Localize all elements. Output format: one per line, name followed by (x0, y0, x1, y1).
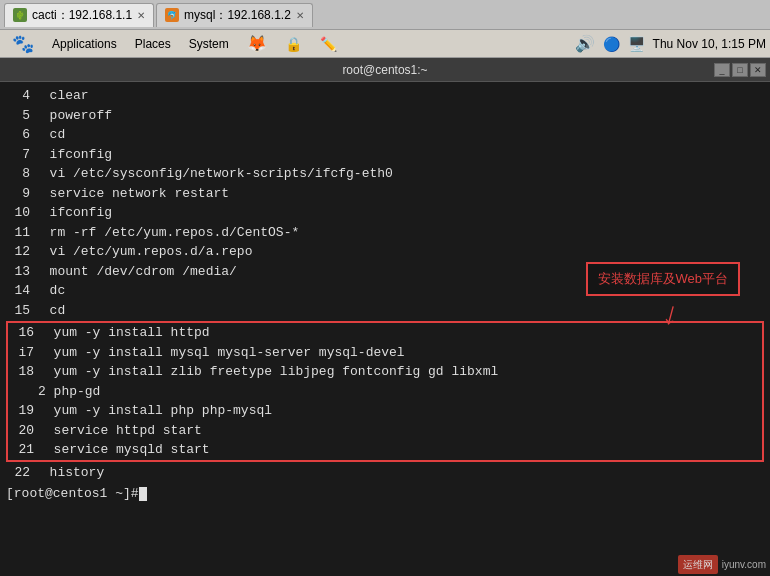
terminal-line: 21 service mysqld start (10, 440, 760, 460)
minimize-button[interactable]: _ (714, 63, 730, 77)
firefox-icon: 🦊 (247, 34, 267, 53)
terminal-line: 4 clear (6, 86, 764, 106)
speaker-icon[interactable]: 🔊 (575, 34, 595, 53)
tab-cacti-close[interactable]: ✕ (137, 10, 145, 21)
mysql-favicon: 🐬 (165, 8, 179, 22)
datetime-display: Thu Nov 10, 1:15 PM (653, 37, 766, 51)
terminal-window-controls: _ □ ✕ (714, 63, 766, 77)
network-icon[interactable]: 🖥️ (628, 36, 645, 52)
terminal-line: 12 vi /etc/yum.repos.d/a.repo (6, 242, 764, 262)
applications-label: Applications (52, 37, 117, 51)
browser-titlebar: 🌵 cacti：192.168.1.1 ✕ 🐬 mysql：192.168.1.… (0, 0, 770, 30)
tab-mysql[interactable]: 🐬 mysql：192.168.1.2 ✕ (156, 3, 313, 27)
maximize-button[interactable]: □ (732, 63, 748, 77)
terminal-line: 19 yum -y install php php-mysql (10, 401, 760, 421)
terminal-titlebar: root@centos1:~ _ □ ✕ (0, 58, 770, 82)
terminal-line: 18 yum -y install zlib freetype libjpeg … (10, 362, 760, 382)
system-label: System (189, 37, 229, 51)
annotation-arrow: ↓ (657, 298, 684, 334)
terminal-line: 20 service httpd start (10, 421, 760, 441)
terminal-line: 2 php-gd (10, 382, 760, 402)
menu-system[interactable]: System (181, 35, 237, 53)
watermark-badge: 运维网 (678, 555, 718, 574)
close-button[interactable]: ✕ (750, 63, 766, 77)
menu-lock-icon[interactable]: 🔒 (277, 34, 310, 54)
tab-cacti-label: cacti：192.168.1.1 (32, 7, 132, 24)
tab-mysql-label: mysql：192.168.1.2 (184, 7, 291, 24)
terminal-line: i7 yum -y install mysql mysql-server mys… (10, 343, 760, 363)
menu-firefox-icon[interactable]: 🦊 (239, 32, 275, 55)
cursor (139, 487, 147, 501)
annotation-box: 安装数据库及Web平台 (586, 262, 741, 296)
watermark-url: iyunv.com (722, 557, 766, 572)
watermark: 运维网 iyunv.com (678, 555, 766, 574)
terminal-line: 6 cd (6, 125, 764, 145)
terminal-title: root@centos1:~ (342, 63, 427, 77)
terminal-line: 7 ifconfig (6, 145, 764, 165)
terminal-prompt: [root@centos1 ~]# (6, 484, 764, 504)
terminal-line: 10 ifconfig (6, 203, 764, 223)
menubar-right: 🔊 🔵 🖥️ Thu Nov 10, 1:15 PM (575, 34, 766, 53)
terminal-body[interactable]: 4 clear 5 poweroff 6 cd 7 ifconfig 8 vi … (0, 82, 770, 576)
tab-mysql-close[interactable]: ✕ (296, 10, 304, 21)
menu-icon-apps: 🐾 (4, 31, 42, 57)
terminal-line: 8 vi /etc/sysconfig/network-scripts/ifcf… (6, 164, 764, 184)
gnome-foot-icon: 🐾 (12, 33, 34, 55)
tab-cacti[interactable]: 🌵 cacti：192.168.1.1 ✕ (4, 3, 154, 27)
main-wrapper: 🌵 cacti：192.168.1.1 ✕ 🐬 mysql：192.168.1.… (0, 0, 770, 576)
menubar: 🐾 Applications Places System 🦊 🔒 ✏️ 🔊 🔵 … (0, 30, 770, 58)
menu-applications[interactable]: Applications (44, 35, 125, 53)
menu-edit-icon[interactable]: ✏️ (312, 34, 345, 54)
highlighted-section: 16 yum -y install httpd i7 yum -y instal… (6, 321, 764, 462)
edit-icon: ✏️ (320, 36, 337, 52)
prompt-text: [root@centos1 ~]# (6, 486, 139, 501)
places-label: Places (135, 37, 171, 51)
terminal-line: 9 service network restart (6, 184, 764, 204)
terminal-line: 5 poweroff (6, 106, 764, 126)
terminal-line: 11 rm -rf /etc/yum.repos.d/CentOS-* (6, 223, 764, 243)
lock-icon: 🔒 (285, 36, 302, 52)
menu-places[interactable]: Places (127, 35, 179, 53)
annotation-container: 安装数据库及Web平台 ↓ (586, 262, 741, 332)
cacti-favicon: 🌵 (13, 8, 27, 22)
terminal-wrapper: root@centos1:~ _ □ ✕ 4 clear 5 poweroff … (0, 58, 770, 576)
annotation-text: 安装数据库及Web平台 (598, 271, 729, 286)
terminal-line: 22 history (6, 463, 764, 483)
bluetooth-icon[interactable]: 🔵 (603, 36, 620, 52)
